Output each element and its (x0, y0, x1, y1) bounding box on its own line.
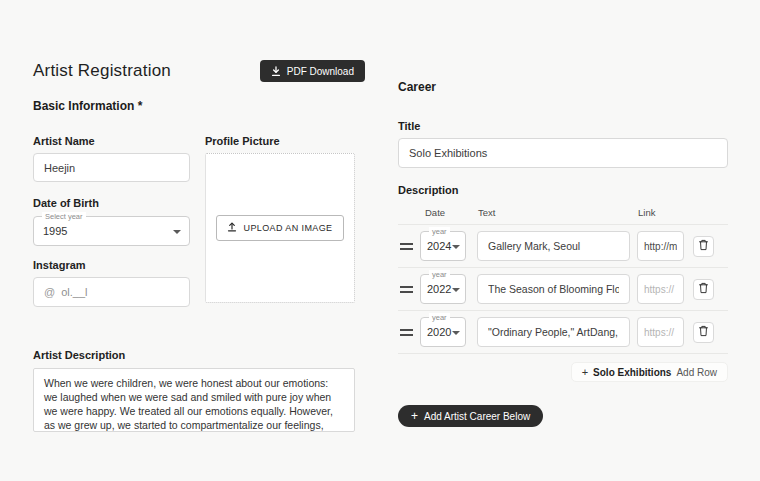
delete-row-button[interactable] (693, 322, 714, 343)
delete-row-button[interactable] (693, 236, 714, 257)
pdf-download-label: PDF Download (287, 66, 354, 77)
column-header-text: Text (478, 207, 495, 218)
career-table-header: Date Text Link (398, 204, 728, 224)
at-prefix: @ (44, 286, 55, 298)
career-rows: year 2024 year (398, 224, 728, 354)
career-text-input[interactable] (477, 231, 630, 261)
add-row-bold-label: Solo Exhibitions (593, 367, 671, 378)
drag-handle-icon[interactable] (400, 286, 413, 293)
instagram-group: Instagram @ (33, 259, 190, 307)
year-value: 2022 (427, 283, 451, 295)
year-value: 2020 (427, 326, 451, 338)
basic-fields-column: Artist Name Date of Birth Select year 19… (33, 135, 190, 307)
career-link-input[interactable] (637, 274, 684, 304)
artist-name-group: Artist Name (33, 135, 190, 182)
birth-year-float-label: Select year (42, 212, 86, 221)
plus-icon: + (582, 366, 588, 378)
page-header: Artist Registration PDF Download (33, 58, 365, 84)
profile-picture-dropzone[interactable]: UPLOAD AN IMAGE (205, 153, 355, 303)
artist-registration-page: Artist Registration PDF Download Basic I… (0, 0, 760, 481)
trash-icon (698, 282, 709, 297)
birth-year-value: 1995 (43, 225, 67, 237)
career-text-input[interactable] (477, 317, 630, 347)
year-float-label: year (429, 270, 450, 279)
year-float-label: year (429, 227, 450, 236)
career-row: year 2022 (398, 267, 728, 310)
pdf-download-button[interactable]: PDF Download (260, 60, 365, 82)
career-text-input[interactable] (477, 274, 630, 304)
year-value: 2024 (427, 240, 451, 252)
career-column: Career Title Description Date Text Link … (398, 80, 728, 427)
artist-name-label: Artist Name (33, 135, 190, 147)
add-artist-career-label: Add Artist Career Below (424, 411, 530, 422)
year-select[interactable]: year 2024 (420, 231, 466, 261)
career-row: year 2024 (398, 224, 728, 267)
career-link-input[interactable] (637, 317, 684, 347)
chevron-down-icon (452, 331, 460, 335)
basic-info-fields: Artist Name Date of Birth Select year 19… (33, 135, 365, 307)
career-title-input[interactable] (398, 138, 728, 168)
add-row-label: Add Row (676, 367, 717, 378)
trash-icon (698, 325, 709, 340)
add-row-button[interactable]: + Solo Exhibitions Add Row (571, 362, 728, 382)
artist-name-input[interactable] (33, 153, 190, 182)
artist-description-label: Artist Description (33, 349, 365, 361)
drag-handle-icon[interactable] (400, 329, 413, 336)
career-heading: Career (398, 80, 728, 94)
delete-row-button[interactable] (693, 279, 714, 300)
column-header-link: Link (638, 207, 655, 218)
year-select[interactable]: year 2020 (420, 317, 466, 347)
chevron-down-icon (452, 245, 460, 249)
trash-icon (698, 239, 709, 254)
date-of-birth-label: Date of Birth (33, 197, 190, 209)
year-select[interactable]: year 2022 (420, 274, 466, 304)
download-icon (271, 66, 281, 77)
chevron-down-icon (452, 288, 460, 292)
birth-year-select[interactable]: Select year 1995 (33, 216, 190, 246)
plus-icon: + (411, 411, 418, 421)
artist-description-group: Artist Description When we were children… (33, 349, 365, 436)
profile-picture-label: Profile Picture (205, 135, 355, 147)
career-description-label: Description (398, 184, 728, 196)
profile-picture-column: Profile Picture UPLOAD AN IMAGE (205, 135, 355, 307)
add-row-line: + Solo Exhibitions Add Row (398, 362, 728, 382)
date-of-birth-group: Date of Birth Select year 1995 (33, 197, 190, 246)
add-artist-career-button[interactable]: + Add Artist Career Below (398, 405, 543, 427)
career-title-label: Title (398, 120, 728, 132)
basic-information-heading: Basic Information * (33, 99, 365, 113)
career-row: year 2020 (398, 310, 728, 353)
upload-image-button[interactable]: UPLOAD AN IMAGE (216, 215, 343, 241)
upload-image-label: UPLOAD AN IMAGE (243, 223, 332, 233)
upload-icon (227, 222, 237, 234)
instagram-input[interactable] (61, 286, 179, 298)
instagram-label: Instagram (33, 259, 190, 271)
left-column: Artist Registration PDF Download Basic I… (33, 58, 365, 436)
instagram-input-wrap: @ (33, 277, 190, 307)
drag-handle-icon[interactable] (400, 243, 413, 250)
page-title: Artist Registration (33, 61, 171, 81)
add-career-line: + Add Artist Career Below (398, 405, 728, 427)
column-header-date: Date (425, 207, 445, 218)
year-float-label: year (429, 313, 450, 322)
chevron-down-icon (173, 230, 181, 234)
career-link-input[interactable] (637, 231, 684, 261)
artist-description-textarea[interactable]: When we were children, we were honest ab… (33, 368, 355, 432)
